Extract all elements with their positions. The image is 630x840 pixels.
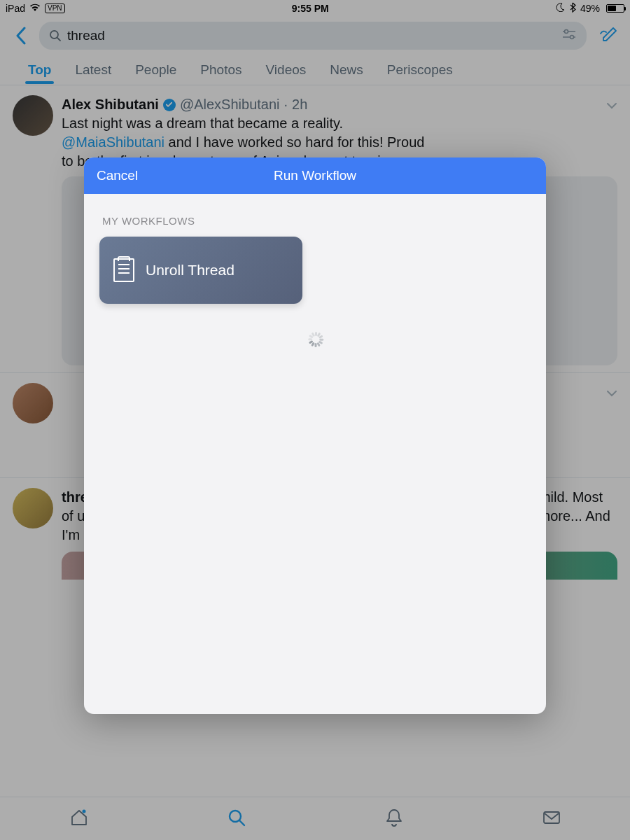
- run-workflow-modal: Cancel Run Workflow MY WORKFLOWS Unroll …: [84, 158, 546, 714]
- modal-header: Cancel Run Workflow: [84, 158, 546, 194]
- loading-spinner-icon: [307, 332, 323, 347]
- section-header: MY WORKFLOWS: [102, 215, 528, 227]
- document-icon: [113, 258, 134, 282]
- workflow-name: Unroll Thread: [146, 262, 234, 279]
- workflow-card[interactable]: Unroll Thread: [99, 237, 302, 304]
- cancel-button[interactable]: Cancel: [84, 168, 150, 183]
- modal-body: MY WORKFLOWS Unroll Thread: [84, 194, 546, 714]
- modal-title: Run Workflow: [84, 168, 546, 183]
